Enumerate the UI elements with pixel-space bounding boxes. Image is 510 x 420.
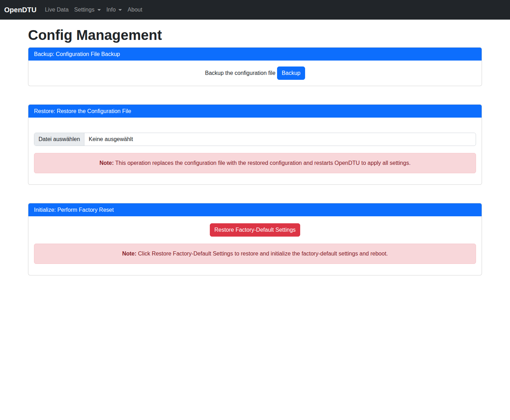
nav-item-about[interactable]: About: [125, 4, 145, 16]
initialize-card: Initialize: Perform Factory Reset Restor…: [28, 203, 482, 275]
restore-note-alert: Note: This operation replaces the config…: [34, 153, 476, 173]
restore-card-header: Restore: Restore the Configuration File: [28, 105, 482, 118]
page-title: Config Management: [28, 27, 482, 43]
main-content: Config Management Backup: Configuration …: [0, 27, 510, 275]
backup-description: Backup the configuration file: [205, 70, 275, 76]
factory-reset-button-row: Restore Factory-Default Settings: [34, 223, 476, 237]
top-navbar: OpenDTU Live Data Settings Info About: [0, 0, 510, 20]
note-label: Note:: [99, 160, 114, 166]
restore-file-input[interactable]: Datei auswählen Keine ausgewählt: [34, 133, 476, 146]
file-selected-status: Keine ausgewählt: [84, 133, 137, 146]
note-text: This operation replaces the configuratio…: [114, 160, 411, 166]
nav-item-label: Info: [106, 7, 116, 13]
nav-item-label: Live Data: [45, 7, 69, 13]
brand-opendtu[interactable]: OpenDTU: [4, 6, 36, 14]
backup-card-body: Backup the configuration file Backup: [28, 61, 482, 86]
file-select-button[interactable]: Datei auswählen: [34, 133, 84, 146]
chevron-down-icon: [118, 9, 122, 11]
restore-card-body: Datei auswählen Keine ausgewählt Note: T…: [28, 118, 482, 184]
factory-reset-button[interactable]: Restore Factory-Default Settings: [210, 223, 300, 237]
nav-item-label: About: [127, 7, 142, 13]
restore-card: Restore: Restore the Configuration File …: [28, 104, 482, 185]
note-text: Click Restore Factory-Default Settings t…: [137, 251, 388, 257]
initialize-note-alert: Note: Click Restore Factory-Default Sett…: [34, 244, 476, 264]
chevron-down-icon: [97, 9, 101, 11]
note-label: Note:: [122, 251, 137, 257]
nav-item-info[interactable]: Info: [104, 4, 125, 16]
nav-item-live-data[interactable]: Live Data: [42, 4, 71, 16]
nav-item-settings[interactable]: Settings: [71, 4, 104, 16]
initialize-card-body: Restore Factory-Default Settings Note: C…: [28, 216, 482, 275]
backup-button[interactable]: Backup: [277, 66, 305, 80]
initialize-card-header: Initialize: Perform Factory Reset: [28, 203, 482, 216]
backup-card: Backup: Configuration File Backup Backup…: [28, 47, 482, 86]
backup-card-header: Backup: Configuration File Backup: [28, 48, 482, 61]
nav-item-label: Settings: [74, 7, 95, 13]
